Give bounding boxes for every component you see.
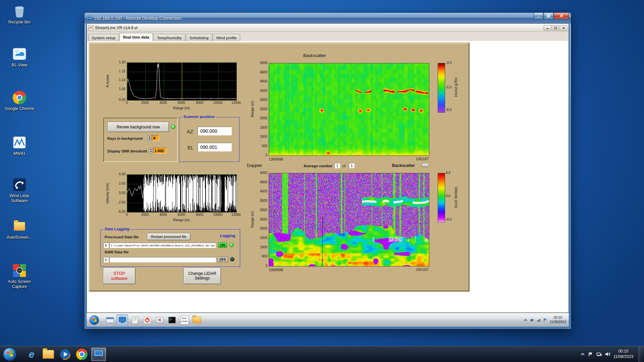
taskbar-explorer-button[interactable] bbox=[41, 348, 56, 361]
rdp-app-icon bbox=[87, 16, 92, 20]
desktop-icon-auto-screen-capture[interactable]: Auto Screen Capture bbox=[3, 263, 36, 290]
processed-drive-chip[interactable]: C bbox=[103, 243, 109, 248]
backscatter-end-time: 1361197 bbox=[269, 157, 429, 161]
axis-tick-label: 4000 bbox=[253, 79, 267, 83]
desktop-icon-mw41[interactable]: MW41 bbox=[3, 135, 36, 156]
el-label: EL bbox=[187, 145, 194, 150]
change-lidar-line1: Change LiDAR bbox=[188, 271, 216, 276]
desktop-icon-label: Auto Screen Capture bbox=[3, 279, 36, 290]
snr-spinner[interactable] bbox=[149, 148, 153, 154]
restart-processed-file-button[interactable]: Restart processed file bbox=[147, 233, 191, 240]
rays-value[interactable]: 8 bbox=[152, 135, 159, 141]
remote-taskbar-folder-button[interactable] bbox=[191, 314, 203, 325]
show-desktop-button[interactable] bbox=[639, 346, 643, 362]
remote-clock[interactable]: 00:10 11/08/2023 bbox=[550, 316, 566, 324]
raw-drive-chip[interactable]: C bbox=[103, 257, 109, 262]
taskbar-rdp-button[interactable] bbox=[91, 348, 106, 361]
axis-tick-label: 500 bbox=[253, 144, 267, 148]
rays-spinner[interactable] bbox=[148, 135, 151, 141]
app-maximize-button[interactable] bbox=[552, 25, 559, 31]
processed-path-field[interactable]: C:\Lidar\Data\Proc\2023\202308\20230811\… bbox=[109, 243, 216, 248]
tab-real-time-data[interactable]: Real time data bbox=[119, 33, 153, 41]
average-number-field[interactable]: 1 bbox=[334, 163, 340, 168]
doppler-graph: Range (m) 1360698 1361197 Velocity (m/s)… bbox=[248, 171, 469, 282]
rdp-restore-button[interactable] bbox=[544, 13, 553, 19]
raw-path-field[interactable] bbox=[109, 257, 216, 262]
remote-tray-flag-icon[interactable] bbox=[543, 318, 547, 322]
taskbar-ie-button[interactable]: e bbox=[24, 348, 39, 361]
desktop-icon-bl-view[interactable]: BL-View bbox=[3, 46, 36, 68]
el-value-field[interactable]: 090.001 bbox=[198, 143, 232, 152]
remote-taskbar-window-button[interactable] bbox=[104, 314, 116, 325]
backscatter-toggle[interactable] bbox=[421, 163, 429, 167]
tray-flag-icon[interactable] bbox=[588, 352, 593, 357]
average-total-field[interactable]: 1 bbox=[349, 163, 355, 168]
rdp-window: 192.168.0.150 - Remote Desktop Connectio… bbox=[84, 12, 571, 329]
remote-tray-chevron-icon[interactable] bbox=[524, 318, 528, 322]
app-client-area: A-scope Range (m) 1.201.151.101.050.9902… bbox=[87, 41, 568, 312]
app-minimize-button[interactable] bbox=[544, 25, 551, 31]
rdp-window-title: 192.168.0.150 - Remote Desktop Connectio… bbox=[94, 16, 533, 21]
tab-scheduling[interactable]: Scheduling bbox=[186, 34, 212, 41]
axis-tick-label: 3000 bbox=[253, 98, 267, 102]
desktop-icon-chrome[interactable]: Google Chrome bbox=[3, 90, 36, 111]
raw-data-file-label: RAW Data file bbox=[105, 250, 129, 254]
remote-tray-volume-icon[interactable] bbox=[530, 318, 534, 322]
backscatter-graph: Range (m) 1360698 1361197 log B (/m/sr) … bbox=[248, 61, 469, 162]
remote-taskbar-power-button[interactable] bbox=[141, 314, 153, 325]
tab-system-setup[interactable]: System setup bbox=[88, 34, 119, 41]
remote-taskbar-terminal-button[interactable] bbox=[166, 314, 178, 325]
axis-tick-label: 1500 bbox=[253, 236, 267, 240]
doppler-plot bbox=[269, 173, 429, 266]
start-button[interactable] bbox=[3, 347, 17, 361]
raw-logging-toggle[interactable]: OFF bbox=[217, 257, 228, 262]
axis-tick-label: 6000 bbox=[173, 101, 190, 105]
axis-tick-label: 10000 bbox=[210, 213, 226, 217]
desktop-icon-label: AutoScreen... bbox=[3, 235, 36, 240]
az-value-field[interactable]: 090.000 bbox=[198, 127, 232, 135]
rdp-close-button[interactable] bbox=[554, 13, 569, 19]
change-lidar-settings-button[interactable]: Change LiDAR Settings bbox=[183, 267, 221, 284]
rdp-titlebar[interactable]: 192.168.0.150 - Remote Desktop Connectio… bbox=[85, 13, 571, 23]
remote-system-tray: 00:10 11/08/2023 bbox=[524, 316, 569, 324]
ascope-plot bbox=[127, 62, 237, 101]
remote-taskbar-scan-sched-button[interactable]: Scan sched bbox=[178, 314, 190, 325]
scanner-position-title: Scanner position bbox=[182, 115, 216, 119]
remote-taskbar-app-button[interactable] bbox=[116, 314, 128, 325]
ascope-y-axis-label: A-scope bbox=[105, 62, 109, 100]
data-logging-group: Data Logging Processed Data file Restart… bbox=[100, 229, 240, 267]
remote-taskbar-notes-button[interactable] bbox=[129, 314, 141, 325]
remote-start-button[interactable] bbox=[89, 315, 99, 325]
axis-tick-label: 1000 bbox=[253, 135, 267, 139]
processed-logging-toggle[interactable]: ON bbox=[218, 242, 227, 248]
stop-software-button[interactable]: STOP software bbox=[103, 267, 136, 284]
taskbar-chrome-button[interactable] bbox=[74, 348, 89, 361]
desktop-icon-recycle-bin[interactable]: Recycle Bin bbox=[3, 3, 36, 25]
desktop-icon-wind-lidar[interactable]: Wind Lidar Software bbox=[3, 177, 36, 204]
app-titlebar[interactable]: StreamLine XR v14-6.vi bbox=[87, 24, 569, 32]
axis-tick-label: 2500 bbox=[253, 107, 267, 111]
taskbar-media-player-button[interactable] bbox=[58, 348, 72, 361]
app-close-button[interactable] bbox=[560, 25, 567, 31]
axis-tick-label: 4.0 bbox=[446, 171, 457, 175]
scan-sched-line1: Scan bbox=[181, 317, 188, 320]
remote-taskbar: Scan sched 00:10 11/08/2023 bbox=[87, 313, 569, 327]
velocity-graph: Velocity (m/s) Range (m) 5.002.500.00-2.… bbox=[103, 172, 239, 227]
app-icon bbox=[88, 25, 93, 30]
snr-threshold-value[interactable]: 1.002 bbox=[153, 148, 167, 154]
desktop-icon-autoscreen[interactable]: AutoScreen... bbox=[3, 219, 36, 240]
mw41-icon bbox=[12, 135, 27, 150]
tab-temp-humidity[interactable]: Temp/humidity bbox=[153, 34, 185, 41]
tray-network-icon[interactable] bbox=[596, 352, 602, 357]
tray-volume-icon[interactable] bbox=[605, 352, 610, 356]
remote-tray-network-icon[interactable] bbox=[537, 318, 541, 322]
doppler-end-time: 1361197 bbox=[269, 268, 429, 272]
remote-taskbar-capture-button[interactable] bbox=[154, 314, 165, 325]
tray-chevron-icon[interactable] bbox=[580, 352, 585, 356]
renew-background-button[interactable]: Renew background now bbox=[107, 122, 169, 132]
rdp-minimize-button[interactable] bbox=[534, 13, 543, 19]
taskbar-clock[interactable]: 00:10 11/08/2023 bbox=[613, 349, 633, 359]
axis-tick-label: 0 bbox=[253, 264, 267, 268]
clock-time: 00:10 bbox=[613, 349, 633, 354]
tab-wind-profile[interactable]: Wind profile bbox=[213, 34, 240, 41]
